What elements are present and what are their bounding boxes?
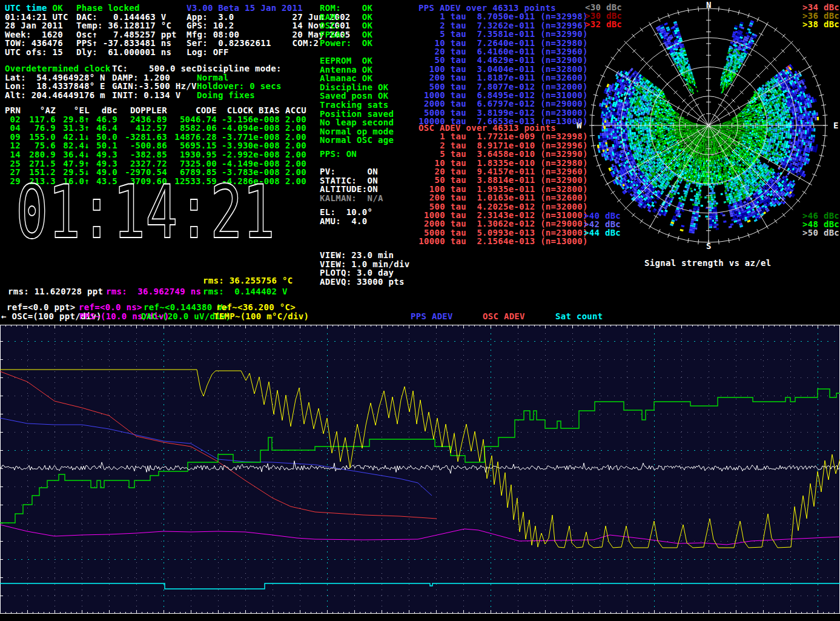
- sat-cell: 75.6: [21, 141, 56, 150]
- utc-status-text: TOW: 436476: [5, 38, 63, 48]
- position-line: Alt: 204.46449176 m: [5, 91, 105, 99]
- adev-n-prefix: (n=: [535, 131, 556, 141]
- adev-value: 1.0163e-011: [477, 193, 535, 202]
- view-settings-line: VIEW: 23.0 min: [320, 251, 394, 259]
- hw-status-line: ROM: OK: [320, 4, 372, 12]
- osc-adev-row: 2000 tau 1.3062e-012 (n=29000): [418, 219, 588, 228]
- sat-cell: 49.3: [90, 150, 117, 159]
- sat-table-row: 27151.229.5↓49.0-2970.546789.85-3.783e-0…: [5, 168, 306, 176]
- gps-status-line: Antenna OK: [320, 65, 372, 74]
- sat-cell: 49.3: [90, 159, 117, 168]
- adev-tau: 200: [418, 193, 445, 202]
- phase-lock-text: Phase locked: [76, 3, 140, 13]
- sat-cell: 25: [5, 159, 21, 168]
- sat-cell: 29.5↓: [56, 168, 90, 176]
- osc-adev-row: 1 tau 1.7721e-009 (n=32998): [418, 132, 588, 141]
- discipline-mode-line: Doing fixes: [197, 91, 255, 99]
- adev-n-prefix: (n=: [535, 73, 556, 82]
- adev-value: 1.3062e-012: [477, 219, 535, 228]
- gps-status-line: Tracking sats: [320, 101, 388, 109]
- hw-status-text: ROM: OK: [320, 3, 372, 13]
- utc-status-text: 28 Jan 2011: [5, 21, 63, 30]
- sat-cell: -3281.63: [117, 133, 167, 141]
- view-settings-text: VIEW: 23.0 min: [320, 250, 394, 260]
- ref-dac-text: ref~<0.144380 V>: [144, 302, 228, 312]
- view-settings-line: PLOTQ: 3.0 day: [320, 268, 394, 277]
- rms-dac-text: rms: 0.144402 V: [203, 287, 288, 296]
- pps-adev-row: 20 tau 6.4160e-011 (n=32960): [418, 47, 588, 56]
- clock-time: 01:14:21: [16, 181, 275, 247]
- sat-col-header: ACCU: [280, 106, 306, 115]
- discipline-mode-text: Discipline mode:: [197, 64, 282, 73]
- adev-tau: 200: [418, 73, 445, 82]
- sat-col-header: dBc: [90, 106, 117, 115]
- phase-lock-line: Temp: 36.128117 °C: [76, 21, 171, 30]
- adev-tau: 10: [418, 159, 445, 167]
- hw-status-line: Power: OK: [320, 39, 372, 47]
- position-text: Overdetermined clock: [5, 64, 111, 73]
- sat-cell: -3.156e-008: [217, 115, 280, 124]
- sat-cell: 2.00: [280, 124, 306, 132]
- version-info-line: V3.00 Beta 15 Jan 2011: [187, 4, 303, 12]
- sat-cell: 280.9: [21, 150, 56, 159]
- sat-cell: -4.094e-008: [217, 124, 280, 132]
- adev-tau-suffix: tau: [445, 236, 477, 246]
- sat-col-header: CODE: [167, 106, 217, 115]
- adev-n-prefix: (n=: [535, 236, 556, 246]
- mask-settings-line: EL: 10.0°: [320, 208, 372, 216]
- sat-table-row: 14280.936.4↓49.3-382.851930.95-2.992e-00…: [5, 150, 306, 159]
- hw-status-text: Power: OK: [320, 38, 372, 48]
- osc-adev-row: 200 tau 1.0163e-011 (n=32600): [418, 193, 588, 202]
- gps-status-text: EEPROM OK: [320, 56, 372, 65]
- adev-tau: 500: [418, 82, 445, 91]
- sat-cell: -382.85: [117, 150, 167, 159]
- rms-osc-text: rms: 11.620728 ppt: [8, 287, 103, 296]
- sat-cell: 117.6: [21, 115, 56, 124]
- rms-temp-text: rms: 36.255756 °C: [203, 276, 293, 285]
- polar-plot: [578, 0, 840, 252]
- sat-cell: 50.1: [90, 141, 117, 150]
- gps-status-line: Position saved: [320, 110, 394, 118]
- utc-status-line: 01:14:21 UTC: [5, 13, 68, 21]
- gps-status-line: Discipline OK: [320, 83, 388, 91]
- adev-tau: 5: [418, 30, 445, 38]
- strip-chart: [0, 322, 840, 621]
- sat-cell: 09: [5, 133, 21, 141]
- adev-tau: 1000: [418, 211, 445, 219]
- position-line: Lat: 54.4964928° N: [5, 73, 105, 82]
- sat-cell: 2.00: [280, 115, 306, 124]
- adev-tau: 2000: [418, 219, 445, 228]
- osc-adev-title: OSC ADEV over 46313 points: [418, 124, 556, 132]
- sat-cell: 82.4↓: [56, 141, 90, 150]
- adev-value: 1.8187e-011: [477, 73, 535, 82]
- sat-cell: -3.783e-008: [217, 168, 280, 176]
- discipline-mode-text: Holdover: 0 secs: [197, 81, 282, 91]
- position-line: Overdetermined clock: [5, 64, 111, 73]
- adev-tau-suffix: tau: [445, 131, 477, 141]
- osc-adev-row: 50 tau 3.8814e-011 (n=32900): [418, 176, 588, 184]
- label-sat-count-text: Sat count: [555, 311, 603, 321]
- mask-settings-line: AMU: 4.0: [320, 217, 368, 225]
- phase-lock-text: Dly: 61.000001 ns: [76, 47, 171, 57]
- sat-cell: 1930.95: [167, 150, 217, 159]
- adev-tau-suffix: tau: [445, 193, 477, 202]
- sat-col-header: PRN: [5, 106, 21, 115]
- gps-status-text: Almanac OK: [320, 73, 372, 83]
- sat-cell: 2.00: [280, 159, 306, 168]
- sat-table-header: PRN°AZ°ELdBcDOPPLERCODECLOCK BIASACCU: [5, 106, 306, 115]
- adev-n-prefix: (n=: [535, 219, 556, 228]
- adev-value: 1.7721e-009: [477, 131, 535, 141]
- fix-modes-line: STATIC: ON: [320, 176, 378, 185]
- adev-tau-suffix: tau: [445, 99, 477, 108]
- position-text: Lon: 18.4337848° E: [5, 81, 105, 91]
- sat-cell: 2327.72: [117, 159, 167, 168]
- adev-tau: 100: [418, 65, 445, 73]
- sat-cell: 151.2: [21, 168, 56, 176]
- adev-n-prefix: (n=: [535, 149, 556, 159]
- sat-cell: 29.8↑: [56, 115, 90, 124]
- utc-status-line: 28 Jan 2011: [5, 21, 63, 30]
- osc-adev-row: 20 tau 9.4157e-011 (n=32960): [418, 167, 588, 176]
- mask-settings-text: EL: 10.0°: [320, 207, 372, 217]
- version-info-text: V3.00 Beta 15 Jan 2011: [187, 3, 303, 13]
- osc-adev-row: 2 tau 8.9171e-010 (n=32996): [418, 141, 588, 150]
